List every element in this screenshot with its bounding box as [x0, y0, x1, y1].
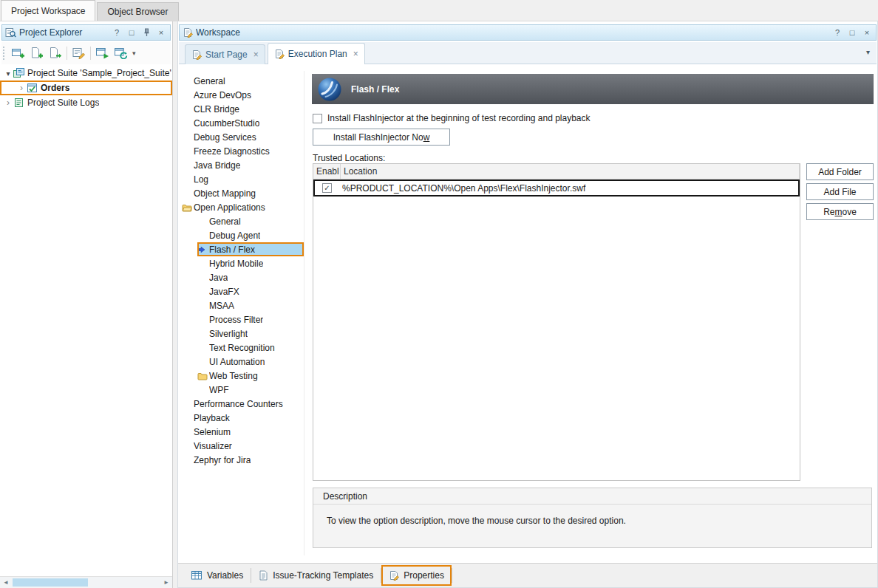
add-new-item-icon[interactable] [27, 44, 46, 62]
options-nav-item-flash-flex[interactable]: Flash / Flex [197, 242, 304, 256]
toolbar-grip[interactable] [3, 47, 7, 60]
options-nav-item-general[interactable]: General [197, 214, 304, 228]
expander-expanded-icon[interactable]: ▾ [3, 69, 13, 78]
table-header-row: Enabl Location [313, 164, 800, 180]
add-folder-button[interactable]: Add Folder [806, 163, 874, 180]
options-nav-item-object-mapping[interactable]: Object Mapping [182, 186, 304, 200]
options-nav-item-javafx[interactable]: JavaFX [197, 284, 304, 298]
bottom-tab-issue-tracking-templates[interactable]: Issue-Tracking Templates [251, 565, 381, 586]
options-nav-item-playback[interactable]: Playback [182, 411, 304, 425]
tab-close-icon[interactable]: × [353, 49, 358, 59]
trusted-location-row[interactable]: ✓%PRODUCT_LOCATION%\Open Apps\Flex\Flash… [313, 180, 800, 196]
project-explorer-toolbar: ▾ [1, 42, 171, 64]
column-header-location[interactable]: Location [341, 164, 800, 179]
export-item-icon[interactable] [46, 44, 64, 62]
toolbar-dropdown-arrow-icon[interactable]: ▾ [130, 49, 138, 57]
tree-item-project-suite-logs[interactable]: ›Project Suite Logs [0, 95, 172, 110]
options-nav-item-visualizer[interactable]: Visualizer [182, 439, 304, 453]
bottom-tab-variables[interactable]: Variables [184, 565, 251, 586]
options-nav-item-java-bridge[interactable]: Java Bridge [182, 158, 304, 172]
add-project-suite-icon[interactable] [9, 44, 27, 62]
options-nav-label: Java [209, 273, 228, 283]
horizontal-scrollbar[interactable]: ◄ ► [0, 576, 172, 588]
project-explorer-header: Project Explorer ? □ × [1, 24, 171, 41]
tab-label: Object Browser [107, 7, 168, 17]
options-nav-item-azure-devops[interactable]: Azure DevOps [182, 88, 304, 102]
project-tree: ▾Project Suite 'Sample_Project_Suite' (1… [0, 66, 172, 576]
pin-icon[interactable] [140, 27, 152, 38]
options-nav-item-open-applications[interactable]: Open Applications [182, 200, 304, 214]
expander-collapsed-icon[interactable]: › [16, 83, 27, 93]
close-icon[interactable]: × [861, 27, 873, 38]
column-header-enabled[interactable]: Enabl [313, 164, 341, 179]
tab-overflow-dropdown-icon[interactable]: ▾ [866, 48, 870, 56]
expander-collapsed-icon[interactable]: › [3, 98, 13, 108]
options-nav-item-ui-automation[interactable]: UI Automation [197, 355, 304, 369]
install-flashinjector-now-button[interactable]: Install FlashInjector Now [313, 129, 450, 146]
options-nav-item-hybrid-mobile[interactable]: Hybrid Mobile [197, 256, 304, 270]
options-nav-label: Silverlight [209, 329, 248, 339]
options-nav-item-selenium[interactable]: Selenium [182, 425, 304, 439]
options-nav-label: Selenium [194, 427, 231, 437]
options-nav-item-zephyr-for-jira[interactable]: Zephyr for Jira [182, 453, 304, 467]
remove-button[interactable]: Remove [806, 203, 874, 220]
help-icon[interactable]: ? [111, 27, 123, 38]
doc-tab-start-page[interactable]: Start Page× [185, 44, 265, 64]
options-nav-item-text-recognition[interactable]: Text Recognition [197, 341, 304, 355]
options-nav-item-debug-services[interactable]: Debug Services [182, 130, 304, 144]
float-window-icon[interactable]: □ [126, 27, 137, 38]
close-icon[interactable]: × [155, 27, 167, 38]
description-text: To view the option description, move the… [313, 505, 871, 537]
scroll-left-arrow-icon[interactable]: ◄ [0, 579, 12, 586]
options-nav-item-debug-agent[interactable]: Debug Agent [197, 228, 304, 242]
description-title: Description [313, 488, 871, 505]
trusted-locations-label: Trusted Locations: [313, 153, 385, 163]
workspace-icon [183, 27, 193, 38]
run-test-icon[interactable] [93, 44, 112, 62]
tree-item-orders[interactable]: ›Orders [0, 81, 172, 95]
options-nav-item-web-testing[interactable]: Web Testing [197, 369, 304, 383]
add-file-button[interactable]: Add File [806, 183, 874, 200]
tab-close-icon[interactable]: × [253, 49, 259, 60]
options-nav-item-general[interactable]: General [182, 74, 304, 88]
options-nav-item-cucumberstudio[interactable]: CucumberStudio [182, 116, 304, 130]
options-nav-item-performance-counters[interactable]: Performance Counters [182, 397, 304, 411]
tree-item-label: Project Suite 'Sample_Project_Suite' (1 … [26, 68, 172, 78]
tree-item-project-suite-sample-project-suite-1-p[interactable]: ▾Project Suite 'Sample_Project_Suite' (1… [0, 66, 172, 81]
options-nav-item-msaa[interactable]: MSAA [197, 298, 304, 312]
project-explorer-icon [5, 27, 16, 38]
workspace-switch-tabstrip: Project Workspace Object Browser [0, 0, 878, 21]
folder-open-icon [182, 203, 194, 212]
options-nav-item-freeze-diagnostics[interactable]: Freeze Diagnostics [182, 144, 304, 158]
variables-icon [191, 570, 203, 581]
bottom-tab-properties[interactable]: Properties [381, 565, 452, 586]
options-nav-label: MSAA [209, 301, 234, 311]
tab-object-browser[interactable]: Object Browser [97, 2, 178, 21]
run-project-icon[interactable] [112, 44, 130, 62]
float-window-icon[interactable]: □ [846, 27, 858, 38]
project-explorer-title: Project Explorer [19, 27, 108, 38]
options-page-titlebar: Flash / Flex [312, 74, 874, 104]
options-nav-item-clr-bridge[interactable]: CLR Bridge [182, 102, 304, 116]
doc-tab-execution-plan[interactable]: Execution Plan× [268, 43, 365, 64]
options-nav-label: Object Mapping [194, 188, 256, 199]
doc-tab-label: Execution Plan [288, 49, 347, 59]
options-nav-item-silverlight[interactable]: Silverlight [197, 327, 304, 341]
options-nav-label: Process Filter [209, 315, 263, 325]
help-icon[interactable]: ? [831, 27, 843, 38]
options-nav-item-java[interactable]: Java [197, 270, 304, 284]
options-nav-item-process-filter[interactable]: Process Filter [197, 312, 304, 327]
scrollbar-thumb[interactable] [13, 578, 88, 587]
options-nav-item-wpf[interactable]: WPF [197, 383, 304, 397]
row-enabled-checkbox[interactable]: ✓ [322, 183, 332, 193]
tab-project-workspace[interactable]: Project Workspace [1, 0, 95, 21]
install-flashinjector-checkbox[interactable] [313, 114, 322, 123]
options-nav-label: Web Testing [209, 371, 258, 381]
edit-item-icon[interactable] [69, 44, 88, 62]
options-nav-item-log[interactable]: Log [182, 172, 304, 186]
scroll-right-arrow-icon[interactable]: ► [160, 579, 172, 586]
location-cell: %PRODUCT_LOCATION%\Open Apps\Flex\FlashI… [339, 183, 798, 194]
project-suite-icon [13, 68, 26, 78]
bottom-tab-label: Variables [207, 570, 243, 581]
testcomplete-window: Project Workspace Object Browser Project… [0, 0, 878, 588]
